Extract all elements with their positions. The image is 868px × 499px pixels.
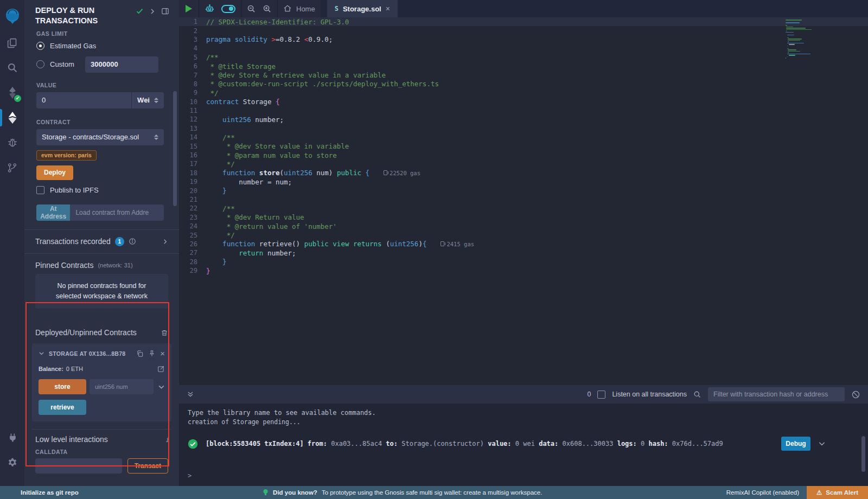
panel-ok-check-icon	[136, 7, 144, 15]
home-tab-label[interactable]: Home	[296, 5, 315, 13]
custom-gas-label: Custom	[50, 60, 80, 68]
code-line: 3pragma solidity >=0.8.2 <0.9.0;	[179, 35, 868, 44]
copy-address-icon[interactable]	[136, 350, 144, 357]
store-arg-input[interactable]	[90, 379, 154, 394]
code-editor[interactable]: 1// SPDX-License-Identifier: GPL-3.023pr…	[179, 17, 868, 385]
clear-console-ban-icon[interactable]	[851, 390, 860, 399]
file-explorer-icon[interactable]	[0, 34, 24, 52]
value-label: VALUE	[36, 82, 164, 88]
terminal-header: 0 Listen on all transactions	[179, 385, 868, 404]
deploy-run-panel: DEPLOY & RUN TRANSACTIONS GAS LIMIT Esti…	[24, 0, 179, 486]
main-area: Home S Storage.sol × 1// SPDX-License-Id…	[179, 0, 868, 486]
debug-button[interactable]: Debug	[781, 437, 810, 451]
listen-all-checkbox[interactable]	[597, 391, 605, 399]
line-number: 16	[179, 151, 206, 159]
scam-alert-button[interactable]: ⚠ Scam Alert	[807, 486, 868, 499]
pin-panel-icon[interactable]	[161, 7, 169, 15]
deployed-contracts-label: Deployed/Unpinned Contracts	[35, 328, 137, 337]
tab-label: Storage.sol	[343, 5, 381, 13]
line-number: 1	[179, 18, 206, 25]
compile-success-badge: ✓	[14, 95, 21, 102]
value-unit-select[interactable]: Wei	[131, 92, 164, 108]
balance-value: 0 ETH	[66, 366, 83, 372]
contract-collapse-icon[interactable]	[39, 350, 44, 356]
clear-deployed-trash-icon[interactable]	[161, 329, 168, 337]
side-panel-scrollbar[interactable]	[173, 91, 177, 206]
terminal-message: creation of Storage pending...	[188, 418, 868, 426]
remixai-robot-icon[interactable]	[205, 4, 215, 14]
retrieve-function-button[interactable]: retrieve	[39, 400, 86, 415]
editor-minimap[interactable]	[786, 20, 826, 59]
code-line: 18 function store(uint256 num) public {2…	[179, 169, 868, 177]
transaction-log-row[interactable]: [block:5583405 txIndex:4] from: 0xa03...…	[188, 437, 868, 451]
copilot-toggle[interactable]	[221, 5, 235, 13]
line-number: 7	[179, 72, 206, 79]
line-number: 22	[179, 204, 206, 212]
collapse-terminal-icon[interactable]	[187, 391, 194, 398]
code-line: 11	[179, 106, 868, 115]
at-address-button[interactable]: At Address	[36, 204, 70, 221]
value-input[interactable]	[36, 96, 131, 104]
line-number: 8	[179, 80, 206, 88]
calldata-label: CALLDATA	[35, 449, 168, 455]
close-tab-icon[interactable]: ×	[386, 4, 390, 13]
copilot-status[interactable]: RemixAI Copilot (enabled)	[726, 489, 799, 496]
code-line: 28 }	[179, 258, 868, 266]
store-function-button[interactable]: store	[39, 379, 86, 394]
deploy-and-run-icon[interactable]	[0, 108, 24, 127]
zoom-in-icon[interactable]	[263, 4, 272, 14]
balance-label: Balance:	[39, 366, 63, 372]
pinned-empty-message: No pinned contracts found for selected w…	[35, 274, 168, 309]
panel-forward-icon[interactable]	[149, 8, 156, 15]
line-number: 24	[179, 222, 206, 230]
code-line: 14 /**	[179, 133, 868, 142]
transactions-recorded-row[interactable]: Transactions recorded 1	[24, 230, 179, 253]
custom-gas-radio[interactable]	[36, 60, 44, 68]
calldata-input[interactable]	[35, 458, 122, 474]
terminal-scrollbar[interactable]	[861, 436, 865, 472]
code-line: 8 * @custom:dev-run-script ./scripts/dep…	[179, 80, 868, 88]
remix-logo-icon[interactable]	[0, 4, 24, 28]
estimated-gas-radio[interactable]	[36, 42, 44, 50]
plugin-manager-icon[interactable]	[0, 428, 24, 447]
code-line: 5/**	[179, 53, 868, 62]
home-icon[interactable]	[283, 4, 292, 13]
terminal-filter-input[interactable]	[708, 387, 845, 401]
deploy-button[interactable]: Deploy	[36, 165, 73, 180]
solidity-compiler-icon[interactable]: ✓	[0, 84, 24, 102]
zoom-out-icon[interactable]	[247, 4, 256, 14]
edit-balance-icon[interactable]	[157, 365, 165, 373]
search-icon[interactable]	[0, 59, 24, 77]
expand-args-icon[interactable]	[158, 383, 165, 391]
icon-sidebar: ✓	[0, 0, 24, 486]
git-icon[interactable]	[0, 158, 24, 177]
terminal-search-icon[interactable]	[693, 391, 701, 399]
remove-contract-icon[interactable]: ×	[160, 349, 165, 358]
line-number: 4	[179, 44, 206, 52]
terminal-body[interactable]: Type the library name to see available c…	[179, 404, 868, 486]
debugger-icon[interactable]	[0, 133, 24, 152]
tab-storage-sol[interactable]: S Storage.sol ×	[327, 0, 398, 17]
code-line: 16 * @param num value to store	[179, 151, 868, 159]
line-number: 23	[179, 214, 206, 221]
transactions-info-icon[interactable]	[129, 238, 136, 245]
evm-version-badge: evm version: paris	[36, 150, 97, 161]
pin-contract-icon[interactable]	[148, 350, 156, 357]
low-level-info-icon[interactable]: i	[166, 436, 168, 444]
git-init-button[interactable]: Initialize as git repo	[21, 489, 79, 496]
at-address-input[interactable]	[70, 204, 164, 221]
transact-button[interactable]: Transact	[127, 458, 168, 474]
expand-tx-icon[interactable]	[818, 440, 826, 447]
contract-select[interactable]: Storage - contracts/Storage.sol	[36, 129, 164, 145]
publish-ipfs-checkbox[interactable]	[36, 186, 44, 194]
transactions-expand-icon[interactable]	[162, 239, 168, 245]
settings-gear-icon[interactable]	[0, 453, 24, 472]
fuel-pump-icon	[384, 170, 387, 175]
pending-tx-count: 0	[587, 391, 591, 398]
run-script-play-icon[interactable]	[186, 5, 192, 12]
custom-gas-input[interactable]	[85, 56, 158, 73]
terminal-prompt: >	[188, 472, 192, 479]
deployed-contract-card: STORAGE AT 0X136...8B78 × Balance: 0 ETH…	[32, 343, 171, 421]
active-plugin-indicator	[0, 109, 2, 126]
pinned-network-label: (network: 31)	[98, 262, 132, 268]
